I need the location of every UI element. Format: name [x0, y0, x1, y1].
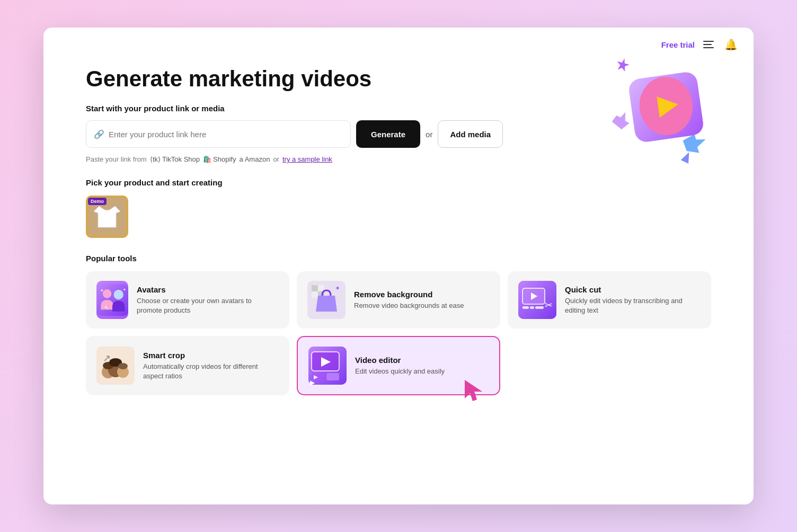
avatars-description: Choose or create your own avatars to pro… — [137, 296, 279, 315]
or-connector: or — [273, 155, 279, 163]
demo-badge: Demo — [88, 198, 107, 205]
video-editor-description: Edit videos quickly and easily — [355, 367, 445, 376]
svg-text:▶: ▶ — [310, 379, 315, 385]
remove-bg-icon: ✦ — [307, 281, 346, 319]
tools-grid-top: ✦ ✦ ↖ Av — [86, 271, 711, 329]
paste-hint-text: Paste your link from — [86, 155, 147, 163]
svg-rect-22 — [535, 306, 544, 309]
empty-slot — [508, 336, 711, 395]
video-editor-name: Video editor — [355, 356, 445, 365]
tool-card-smart-crop[interactable]: ↗ Smart crop Automati — [86, 336, 289, 395]
svg-marker-40 — [465, 380, 482, 401]
svg-text:↖: ↖ — [104, 305, 109, 311]
avatars-icon: ✦ ✦ ↖ — [96, 281, 128, 319]
video-editor-info: Video editor Edit videos quickly and eas… — [355, 356, 445, 376]
tools-title: Popular tools — [86, 254, 711, 263]
main-window: Free trial 🔔 — [43, 28, 754, 504]
input-row: 🔗 Generate or Add media — [86, 120, 711, 148]
smart-crop-icon: ↗ — [96, 347, 135, 385]
tool-card-video-editor[interactable]: ▶ Video editor Edit videos quickly and — [297, 336, 500, 395]
svg-point-6 — [114, 290, 123, 299]
smart-crop-description: Automatically crop videos for different … — [143, 362, 279, 381]
tool-card-quick-cut[interactable]: ✂ Quick cut Quickly edit videos by tran — [508, 271, 711, 329]
input-subtitle: Start with your product link or media — [86, 104, 711, 113]
svg-text:✦: ✦ — [100, 288, 104, 293]
smart-crop-name: Smart crop — [143, 351, 279, 360]
tiktok-link[interactable]: ⟨tk⟩ TikTok Shop — [150, 155, 200, 163]
quick-cut-icon: ✂ — [518, 281, 556, 319]
remove-bg-info: Remove background Remove video backgroun… — [354, 290, 464, 311]
svg-text:✂: ✂ — [545, 300, 553, 311]
svg-rect-20 — [523, 306, 529, 309]
paste-hint: Paste your link from ⟨tk⟩ TikTok Shop 🛍️… — [86, 155, 711, 163]
remove-bg-description: Remove video backgrounds at ease — [354, 301, 464, 311]
svg-rect-11 — [312, 285, 318, 291]
svg-text:✦: ✦ — [335, 285, 340, 292]
cursor-arrow — [462, 377, 489, 406]
svg-point-31 — [118, 363, 128, 369]
svg-point-5 — [103, 289, 112, 298]
page-title: Generate marketing videos — [86, 67, 711, 91]
products-section: Pick your product and start creating Dem… — [86, 178, 711, 238]
amazon-link[interactable]: a Amazon — [239, 155, 270, 163]
generate-button[interactable]: Generate — [356, 120, 420, 148]
products-subtitle: Pick your product and start creating — [86, 178, 711, 187]
quick-cut-name: Quick cut — [565, 285, 701, 294]
avatars-name: Avatars — [137, 285, 279, 294]
tools-section: Popular tools — [86, 254, 711, 395]
shopify-icon: 🛍️ — [203, 155, 211, 163]
quick-cut-description: Quickly edit videos by transcribing and … — [565, 296, 701, 315]
shopify-link[interactable]: 🛍️ Shopify — [203, 155, 236, 163]
svg-text:✦: ✦ — [123, 288, 126, 292]
tool-card-avatars[interactable]: ✦ ✦ ↖ Av — [86, 271, 289, 329]
remove-bg-name: Remove background — [354, 290, 464, 299]
avatars-info: Avatars Choose or create your own avatar… — [137, 285, 279, 315]
add-media-button[interactable]: Add media — [438, 120, 503, 148]
svg-rect-13 — [312, 291, 318, 298]
main-content: Generate marketing videos Start with you… — [43, 61, 754, 416]
video-editor-icon: ▶ — [308, 347, 347, 385]
product-link-input[interactable] — [109, 130, 343, 139]
product-link-wrapper: 🔗 — [86, 120, 351, 148]
smart-crop-info: Smart crop Automatically crop videos for… — [143, 351, 279, 381]
svg-rect-21 — [530, 306, 534, 309]
tools-grid-bottom: ↗ Smart crop Automati — [86, 336, 711, 395]
free-trial-button[interactable]: Free trial — [661, 40, 695, 49]
link-icon: 🔗 — [94, 129, 104, 139]
tiktok-icon: ⟨tk⟩ — [150, 155, 161, 163]
amazon-icon: a — [239, 155, 243, 163]
tool-card-remove-bg[interactable]: ✦ Remove background Remove video backgro… — [297, 271, 500, 329]
sample-link[interactable]: try a sample link — [282, 155, 332, 163]
svg-rect-37 — [326, 373, 339, 380]
or-label: or — [426, 130, 432, 139]
quick-cut-info: Quick cut Quickly edit videos by transcr… — [565, 285, 701, 315]
demo-product-card[interactable]: Demo — [86, 196, 128, 238]
